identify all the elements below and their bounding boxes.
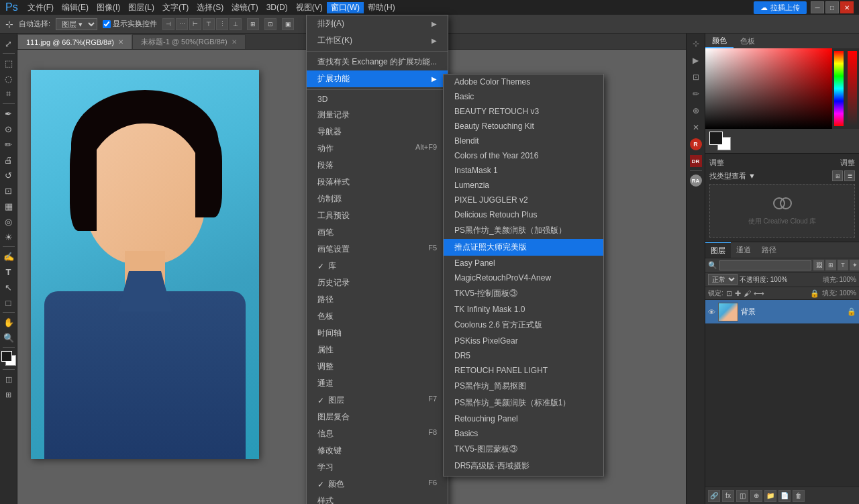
info-shortcut: F8 xyxy=(428,428,437,440)
menu-item-paragraph[interactable]: 段落 xyxy=(307,157,448,174)
menu-filter[interactable]: 滤镜(T) xyxy=(228,2,262,13)
ext-retouch-panel-light[interactable]: RETOUCH PANEL LIGHT xyxy=(444,363,603,378)
menu-item-modifier[interactable]: 修改键 xyxy=(307,442,448,459)
ext-magic-retouch[interactable]: MagicRetouchProV4-Anew xyxy=(444,270,603,285)
workspace-arrow-icon: ▶ xyxy=(432,37,437,44)
menu-item-clone-src[interactable]: 仿制源 xyxy=(307,191,448,207)
menu-item-learn[interactable]: 学习 xyxy=(307,459,448,476)
cloud-icon: ☁ xyxy=(760,3,768,12)
actions-shortcut: Alt+F9 xyxy=(415,143,437,154)
library-check-icon: ✓ xyxy=(317,262,327,271)
layers-shortcut: F7 xyxy=(428,395,437,406)
brush-shortcut: F5 xyxy=(428,244,437,255)
menu-item-properties[interactable]: 属性 xyxy=(307,342,448,358)
color-shortcut: F6 xyxy=(428,478,437,490)
menu-item-color[interactable]: ✓ 颜色 F6 xyxy=(307,476,448,493)
menu-item-3d[interactable]: 3D xyxy=(307,92,448,107)
menu-item-measure[interactable]: 测量记录 xyxy=(307,107,448,123)
menu-3d[interactable]: 3D(D) xyxy=(262,3,292,12)
menu-item-channels[interactable]: 通道 xyxy=(307,375,448,392)
menu-item-actions[interactable]: 动作 Alt+F9 xyxy=(307,140,448,157)
arrange-arrow-icon: ▶ xyxy=(432,20,437,28)
window-menu-dropdown: 排列(A) ▶ 工作区(K) ▶ 查找有关 Exchange 的扩展功能... … xyxy=(306,15,448,504)
title-bar: Ps 文件(F) 编辑(E) 图像(I) 图层(L) 文字(T) 选择(S) 滤… xyxy=(0,0,859,15)
ext-blendit[interactable]: Blendit xyxy=(444,134,603,148)
menu-separator-2 xyxy=(307,89,448,90)
ext-easy-panel[interactable]: Easy Panel xyxy=(444,256,603,270)
menu-separator-1 xyxy=(307,51,448,52)
ext-basic[interactable]: Basic xyxy=(444,89,603,104)
app-logo: Ps xyxy=(5,1,18,13)
ext-retouching-panel[interactable]: Retouching Panel xyxy=(444,411,603,426)
ext-dr5-advanced[interactable]: DR5高级版-西域摄影 xyxy=(444,458,603,474)
menu-select[interactable]: 选择(S) xyxy=(193,2,228,13)
extensions-submenu: Adobe Color Themes Basic BEAUTY RETOUCH … xyxy=(443,74,604,476)
ext-tkv5-layer-mask[interactable]: TKV5-图层蒙板③ xyxy=(444,441,603,458)
menu-text[interactable]: 文字(T) xyxy=(158,2,193,13)
menu-layer[interactable]: 图层(L) xyxy=(124,2,158,13)
ext-colors-year[interactable]: Colors of the Year 2016 xyxy=(444,148,603,163)
menu-file[interactable]: 文件(F) xyxy=(23,2,58,13)
menu-item-brush-settings[interactable]: 画笔设置 F5 xyxy=(307,241,448,258)
ext-beauty-retouch[interactable]: BEAUTY RETOUCH v3 xyxy=(444,104,603,119)
ext-lumenzia[interactable]: Lumenzia xyxy=(444,178,603,193)
ext-instamask[interactable]: InstaMask 1 xyxy=(444,163,603,178)
color-check-icon: ✓ xyxy=(317,480,327,489)
menu-item-timeline[interactable]: 时间轴 xyxy=(307,325,448,342)
extensions-arrow-icon: ▶ xyxy=(432,75,437,83)
ext-pskiss[interactable]: PSKiss PixelGear xyxy=(444,334,603,348)
ext-beauty-kit[interactable]: Beauty Retouching Kit xyxy=(444,119,603,134)
menu-item-exchange[interactable]: 查找有关 Exchange 的扩展功能... xyxy=(307,54,448,70)
ext-coolorus[interactable]: Coolorus 2.6 官方正式版 xyxy=(444,317,603,334)
menu-overlay[interactable]: 排列(A) ▶ 工作区(K) ▶ 查找有关 Exchange 的扩展功能... … xyxy=(0,15,859,504)
ext-dr5[interactable]: DR5 xyxy=(444,348,603,363)
ext-basics[interactable]: Basics xyxy=(444,426,603,441)
menu-edit[interactable]: 编辑(E) xyxy=(58,2,93,13)
cloud-upload-button[interactable]: ☁ 拉插上传 xyxy=(754,1,807,14)
menu-item-swatches[interactable]: 色板 xyxy=(307,308,448,325)
menu-item-arrange[interactable]: 排列(A) ▶ xyxy=(307,15,448,32)
menu-item-para-style[interactable]: 段落样式 xyxy=(307,174,448,191)
ext-photo-id[interactable]: 推点证照大师完美版 xyxy=(444,239,603,256)
ext-pixel-juggler[interactable]: PIXEL JUGGLER v2 xyxy=(444,193,603,207)
window-maximize-button[interactable]: □ xyxy=(825,1,839,13)
ext-tkv5-basic-pixel[interactable]: TKV5-基础像素③ xyxy=(444,474,603,476)
menu-window[interactable]: 窗口(W) xyxy=(327,2,364,13)
menu-image[interactable]: 图像(I) xyxy=(93,2,124,13)
window-minimize-button[interactable]: ─ xyxy=(811,1,824,13)
ext-adobe-color[interactable]: Adobe Color Themes xyxy=(444,74,603,89)
menu-item-extensions[interactable]: 扩展功能 ▶ xyxy=(307,70,448,87)
ext-ps-beauty[interactable]: PS黑作坊_美颜润肤（加强版） xyxy=(444,222,603,239)
menu-view[interactable]: 视图(V) xyxy=(292,2,327,13)
menu-item-tool-preset[interactable]: 工具预设 xyxy=(307,207,448,224)
window-close-button[interactable]: ✕ xyxy=(840,1,854,13)
menu-item-adjustments[interactable]: 调整 xyxy=(307,358,448,375)
menu-item-library[interactable]: ✓ 库 xyxy=(307,258,448,274)
menu-item-layer-comps[interactable]: 图层复合 xyxy=(307,409,448,425)
ext-delicious-retouch[interactable]: Delicious Retouch Plus xyxy=(444,207,603,222)
ext-tkv5-control[interactable]: TKV5-控制面板③ xyxy=(444,285,603,302)
menu-item-info[interactable]: 信息 F8 xyxy=(307,425,448,442)
menu-item-layers[interactable]: ✓ 图层 F7 xyxy=(307,392,448,409)
menu-help[interactable]: 帮助(H) xyxy=(364,2,399,13)
ext-tk-infinity[interactable]: TK Infinity Mask 1.0 xyxy=(444,302,603,317)
menu-item-paths[interactable]: 路径 xyxy=(307,291,448,308)
menu-item-styles[interactable]: 样式 xyxy=(307,493,448,504)
layers-check-icon: ✓ xyxy=(317,396,327,405)
menu-item-history[interactable]: 历史记录 xyxy=(307,274,448,291)
menu-item-workspace[interactable]: 工作区(K) ▶ xyxy=(307,32,448,49)
menu-item-brush[interactable]: 画笔 xyxy=(307,224,448,241)
ext-ps-cutout[interactable]: PS黑作坊_简易抠图 xyxy=(444,378,603,395)
ext-ps-beauty-std[interactable]: PS黑作坊_美颜润肤（标准版1） xyxy=(444,395,603,411)
menu-item-navigator[interactable]: 导航器 xyxy=(307,123,448,140)
